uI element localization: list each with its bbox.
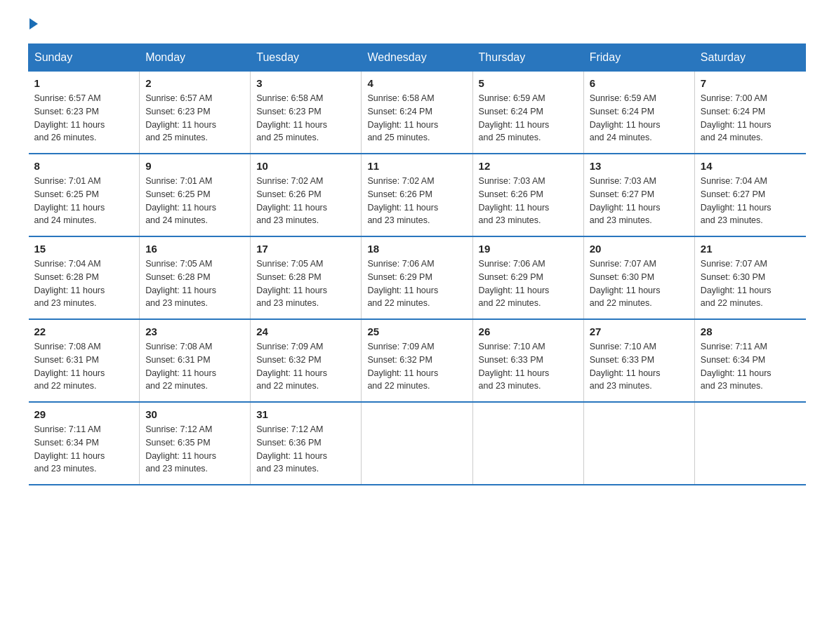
day-cell: 16 Sunrise: 7:05 AM Sunset: 6:28 PM Dayl… — [140, 236, 251, 319]
day-number: 16 — [145, 243, 244, 255]
day-info: Sunrise: 7:08 AM Sunset: 6:31 PM Dayligh… — [145, 340, 244, 393]
day-cell — [472, 402, 583, 485]
column-header-friday: Friday — [583, 44, 694, 72]
day-number: 25 — [367, 326, 466, 337]
day-number: 15 — [34, 243, 134, 255]
day-number: 14 — [701, 160, 800, 172]
day-number: 1 — [34, 77, 134, 89]
day-info: Sunrise: 7:03 AM Sunset: 6:27 PM Dayligh… — [590, 175, 689, 227]
day-info: Sunrise: 7:07 AM Sunset: 6:30 PM Dayligh… — [590, 257, 689, 310]
day-number: 23 — [145, 326, 244, 337]
day-cell — [694, 402, 805, 485]
week-row-4: 22 Sunrise: 7:08 AM Sunset: 6:31 PM Dayl… — [29, 319, 806, 402]
logo-arrow-icon — [29, 18, 38, 29]
day-cell: 19 Sunrise: 7:06 AM Sunset: 6:29 PM Dayl… — [472, 236, 583, 319]
day-cell: 22 Sunrise: 7:08 AM Sunset: 6:31 PM Dayl… — [29, 319, 140, 402]
day-cell: 31 Sunrise: 7:12 AM Sunset: 6:36 PM Dayl… — [251, 402, 362, 485]
day-number: 22 — [34, 326, 134, 337]
day-number: 24 — [256, 326, 355, 337]
day-number: 31 — [256, 408, 355, 420]
day-info: Sunrise: 7:05 AM Sunset: 6:28 PM Dayligh… — [256, 257, 355, 310]
calendar-header-row: SundayMondayTuesdayWednesdayThursdayFrid… — [29, 44, 806, 72]
day-info: Sunrise: 7:10 AM Sunset: 6:33 PM Dayligh… — [479, 340, 578, 393]
day-number: 10 — [256, 160, 355, 172]
column-header-thursday: Thursday — [472, 44, 583, 72]
day-number: 19 — [479, 243, 578, 255]
day-cell: 9 Sunrise: 7:01 AM Sunset: 6:25 PM Dayli… — [140, 154, 251, 236]
day-number: 6 — [590, 77, 689, 89]
day-number: 30 — [145, 408, 244, 420]
day-number: 8 — [34, 160, 134, 172]
day-cell: 11 Sunrise: 7:02 AM Sunset: 6:26 PM Dayl… — [362, 154, 472, 236]
day-cell: 20 Sunrise: 7:07 AM Sunset: 6:30 PM Dayl… — [583, 236, 694, 319]
day-cell: 2 Sunrise: 6:57 AM Sunset: 6:23 PM Dayli… — [140, 72, 251, 154]
day-info: Sunrise: 7:12 AM Sunset: 6:35 PM Dayligh… — [145, 423, 244, 476]
day-cell: 17 Sunrise: 7:05 AM Sunset: 6:28 PM Dayl… — [251, 236, 362, 319]
day-info: Sunrise: 7:06 AM Sunset: 6:29 PM Dayligh… — [367, 257, 466, 310]
day-number: 7 — [701, 77, 800, 89]
week-row-3: 15 Sunrise: 7:04 AM Sunset: 6:28 PM Dayl… — [29, 236, 806, 319]
day-info: Sunrise: 6:57 AM Sunset: 6:23 PM Dayligh… — [145, 92, 244, 145]
day-info: Sunrise: 7:09 AM Sunset: 6:32 PM Dayligh… — [256, 340, 355, 393]
day-cell: 24 Sunrise: 7:09 AM Sunset: 6:32 PM Dayl… — [251, 319, 362, 402]
day-info: Sunrise: 7:07 AM Sunset: 6:30 PM Dayligh… — [701, 257, 800, 310]
day-cell: 18 Sunrise: 7:06 AM Sunset: 6:29 PM Dayl… — [362, 236, 472, 319]
calendar-table: SundayMondayTuesdayWednesdayThursdayFrid… — [28, 43, 806, 485]
day-info: Sunrise: 7:06 AM Sunset: 6:29 PM Dayligh… — [479, 257, 578, 310]
day-info: Sunrise: 7:11 AM Sunset: 6:34 PM Dayligh… — [701, 340, 800, 393]
day-number: 11 — [367, 160, 466, 172]
day-number: 13 — [590, 160, 689, 172]
column-header-sunday: Sunday — [29, 44, 140, 72]
day-info: Sunrise: 7:01 AM Sunset: 6:25 PM Dayligh… — [145, 175, 244, 227]
day-cell: 25 Sunrise: 7:09 AM Sunset: 6:32 PM Dayl… — [362, 319, 472, 402]
day-number: 12 — [479, 160, 578, 172]
day-info: Sunrise: 7:02 AM Sunset: 6:26 PM Dayligh… — [367, 175, 466, 227]
day-cell: 8 Sunrise: 7:01 AM Sunset: 6:25 PM Dayli… — [29, 154, 140, 236]
day-info: Sunrise: 6:59 AM Sunset: 6:24 PM Dayligh… — [479, 92, 578, 145]
day-cell: 14 Sunrise: 7:04 AM Sunset: 6:27 PM Dayl… — [694, 154, 805, 236]
day-cell: 27 Sunrise: 7:10 AM Sunset: 6:33 PM Dayl… — [583, 319, 694, 402]
day-number: 28 — [701, 326, 800, 337]
day-info: Sunrise: 7:09 AM Sunset: 6:32 PM Dayligh… — [367, 340, 466, 393]
day-cell: 23 Sunrise: 7:08 AM Sunset: 6:31 PM Dayl… — [140, 319, 251, 402]
week-row-2: 8 Sunrise: 7:01 AM Sunset: 6:25 PM Dayli… — [29, 154, 806, 236]
day-cell: 21 Sunrise: 7:07 AM Sunset: 6:30 PM Dayl… — [694, 236, 805, 319]
day-cell: 30 Sunrise: 7:12 AM Sunset: 6:35 PM Dayl… — [140, 402, 251, 485]
day-cell: 1 Sunrise: 6:57 AM Sunset: 6:23 PM Dayli… — [29, 72, 140, 154]
day-info: Sunrise: 7:04 AM Sunset: 6:28 PM Dayligh… — [34, 257, 134, 310]
day-info: Sunrise: 7:05 AM Sunset: 6:28 PM Dayligh… — [145, 257, 244, 310]
day-cell: 29 Sunrise: 7:11 AM Sunset: 6:34 PM Dayl… — [29, 402, 140, 485]
week-row-5: 29 Sunrise: 7:11 AM Sunset: 6:34 PM Dayl… — [29, 402, 806, 485]
day-cell: 26 Sunrise: 7:10 AM Sunset: 6:33 PM Dayl… — [472, 319, 583, 402]
day-info: Sunrise: 6:59 AM Sunset: 6:24 PM Dayligh… — [590, 92, 689, 145]
day-number: 4 — [367, 77, 466, 89]
day-number: 9 — [145, 160, 244, 172]
day-cell: 4 Sunrise: 6:58 AM Sunset: 6:24 PM Dayli… — [362, 72, 472, 154]
day-cell: 10 Sunrise: 7:02 AM Sunset: 6:26 PM Dayl… — [251, 154, 362, 236]
day-cell: 5 Sunrise: 6:59 AM Sunset: 6:24 PM Dayli… — [472, 72, 583, 154]
week-row-1: 1 Sunrise: 6:57 AM Sunset: 6:23 PM Dayli… — [29, 72, 806, 154]
column-header-monday: Monday — [140, 44, 251, 72]
day-cell: 13 Sunrise: 7:03 AM Sunset: 6:27 PM Dayl… — [583, 154, 694, 236]
day-number: 17 — [256, 243, 355, 255]
day-number: 5 — [479, 77, 578, 89]
column-header-tuesday: Tuesday — [251, 44, 362, 72]
day-number: 20 — [590, 243, 689, 255]
column-header-saturday: Saturday — [694, 44, 805, 72]
day-number: 27 — [590, 326, 689, 337]
day-info: Sunrise: 7:01 AM Sunset: 6:25 PM Dayligh… — [34, 175, 134, 227]
day-info: Sunrise: 6:58 AM Sunset: 6:23 PM Dayligh… — [256, 92, 355, 145]
day-number: 21 — [701, 243, 800, 255]
day-cell: 15 Sunrise: 7:04 AM Sunset: 6:28 PM Dayl… — [29, 236, 140, 319]
day-cell: 7 Sunrise: 7:00 AM Sunset: 6:24 PM Dayli… — [694, 72, 805, 154]
day-info: Sunrise: 7:11 AM Sunset: 6:34 PM Dayligh… — [34, 423, 134, 476]
day-number: 29 — [34, 408, 134, 420]
logo — [28, 21, 38, 29]
day-info: Sunrise: 7:12 AM Sunset: 6:36 PM Dayligh… — [256, 423, 355, 476]
page-header — [28, 21, 806, 29]
column-header-wednesday: Wednesday — [362, 44, 472, 72]
day-info: Sunrise: 6:58 AM Sunset: 6:24 PM Dayligh… — [367, 92, 466, 145]
day-info: Sunrise: 7:10 AM Sunset: 6:33 PM Dayligh… — [590, 340, 689, 393]
day-cell: 12 Sunrise: 7:03 AM Sunset: 6:26 PM Dayl… — [472, 154, 583, 236]
day-cell — [362, 402, 472, 485]
